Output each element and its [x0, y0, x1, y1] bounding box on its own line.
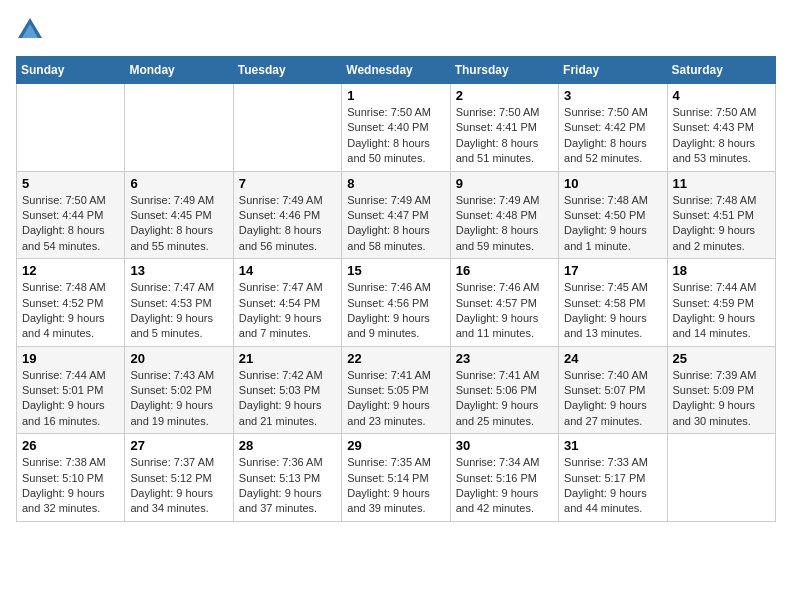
calendar-week-4: 19Sunrise: 7:44 AMSunset: 5:01 PMDayligh…	[17, 346, 776, 434]
calendar-cell: 5Sunrise: 7:50 AMSunset: 4:44 PMDaylight…	[17, 171, 125, 259]
calendar-cell: 1Sunrise: 7:50 AMSunset: 4:40 PMDaylight…	[342, 84, 450, 172]
day-number: 12	[22, 263, 119, 278]
calendar-cell: 21Sunrise: 7:42 AMSunset: 5:03 PMDayligh…	[233, 346, 341, 434]
day-info: Sunrise: 7:44 AMSunset: 5:01 PMDaylight:…	[22, 368, 119, 430]
day-number: 31	[564, 438, 661, 453]
day-info: Sunrise: 7:50 AMSunset: 4:40 PMDaylight:…	[347, 105, 444, 167]
day-info: Sunrise: 7:50 AMSunset: 4:42 PMDaylight:…	[564, 105, 661, 167]
calendar-cell: 12Sunrise: 7:48 AMSunset: 4:52 PMDayligh…	[17, 259, 125, 347]
weekday-friday: Friday	[559, 57, 667, 84]
calendar-week-1: 1Sunrise: 7:50 AMSunset: 4:40 PMDaylight…	[17, 84, 776, 172]
weekday-saturday: Saturday	[667, 57, 775, 84]
logo-icon	[16, 16, 44, 44]
day-info: Sunrise: 7:46 AMSunset: 4:57 PMDaylight:…	[456, 280, 553, 342]
calendar-cell: 4Sunrise: 7:50 AMSunset: 4:43 PMDaylight…	[667, 84, 775, 172]
day-info: Sunrise: 7:43 AMSunset: 5:02 PMDaylight:…	[130, 368, 227, 430]
calendar-cell: 15Sunrise: 7:46 AMSunset: 4:56 PMDayligh…	[342, 259, 450, 347]
day-number: 7	[239, 176, 336, 191]
day-number: 14	[239, 263, 336, 278]
page-header	[16, 16, 776, 44]
weekday-header-row: SundayMondayTuesdayWednesdayThursdayFrid…	[17, 57, 776, 84]
day-info: Sunrise: 7:50 AMSunset: 4:44 PMDaylight:…	[22, 193, 119, 255]
day-number: 10	[564, 176, 661, 191]
day-number: 1	[347, 88, 444, 103]
calendar-cell: 11Sunrise: 7:48 AMSunset: 4:51 PMDayligh…	[667, 171, 775, 259]
calendar-cell: 28Sunrise: 7:36 AMSunset: 5:13 PMDayligh…	[233, 434, 341, 522]
calendar-cell: 30Sunrise: 7:34 AMSunset: 5:16 PMDayligh…	[450, 434, 558, 522]
calendar-cell: 10Sunrise: 7:48 AMSunset: 4:50 PMDayligh…	[559, 171, 667, 259]
day-info: Sunrise: 7:39 AMSunset: 5:09 PMDaylight:…	[673, 368, 770, 430]
day-info: Sunrise: 7:34 AMSunset: 5:16 PMDaylight:…	[456, 455, 553, 517]
calendar-cell: 2Sunrise: 7:50 AMSunset: 4:41 PMDaylight…	[450, 84, 558, 172]
calendar-cell: 7Sunrise: 7:49 AMSunset: 4:46 PMDaylight…	[233, 171, 341, 259]
weekday-monday: Monday	[125, 57, 233, 84]
day-info: Sunrise: 7:49 AMSunset: 4:47 PMDaylight:…	[347, 193, 444, 255]
day-info: Sunrise: 7:48 AMSunset: 4:52 PMDaylight:…	[22, 280, 119, 342]
day-number: 11	[673, 176, 770, 191]
calendar-cell: 22Sunrise: 7:41 AMSunset: 5:05 PMDayligh…	[342, 346, 450, 434]
day-info: Sunrise: 7:37 AMSunset: 5:12 PMDaylight:…	[130, 455, 227, 517]
day-number: 28	[239, 438, 336, 453]
calendar-cell: 23Sunrise: 7:41 AMSunset: 5:06 PMDayligh…	[450, 346, 558, 434]
day-number: 29	[347, 438, 444, 453]
calendar-cell: 20Sunrise: 7:43 AMSunset: 5:02 PMDayligh…	[125, 346, 233, 434]
day-number: 2	[456, 88, 553, 103]
day-number: 20	[130, 351, 227, 366]
day-info: Sunrise: 7:47 AMSunset: 4:54 PMDaylight:…	[239, 280, 336, 342]
day-info: Sunrise: 7:44 AMSunset: 4:59 PMDaylight:…	[673, 280, 770, 342]
calendar-week-2: 5Sunrise: 7:50 AMSunset: 4:44 PMDaylight…	[17, 171, 776, 259]
day-number: 30	[456, 438, 553, 453]
day-number: 15	[347, 263, 444, 278]
day-number: 5	[22, 176, 119, 191]
day-number: 23	[456, 351, 553, 366]
day-number: 24	[564, 351, 661, 366]
weekday-sunday: Sunday	[17, 57, 125, 84]
day-info: Sunrise: 7:47 AMSunset: 4:53 PMDaylight:…	[130, 280, 227, 342]
day-info: Sunrise: 7:38 AMSunset: 5:10 PMDaylight:…	[22, 455, 119, 517]
calendar-cell: 9Sunrise: 7:49 AMSunset: 4:48 PMDaylight…	[450, 171, 558, 259]
day-info: Sunrise: 7:42 AMSunset: 5:03 PMDaylight:…	[239, 368, 336, 430]
calendar-cell	[17, 84, 125, 172]
logo	[16, 16, 48, 44]
calendar-cell: 17Sunrise: 7:45 AMSunset: 4:58 PMDayligh…	[559, 259, 667, 347]
day-info: Sunrise: 7:46 AMSunset: 4:56 PMDaylight:…	[347, 280, 444, 342]
day-info: Sunrise: 7:49 AMSunset: 4:48 PMDaylight:…	[456, 193, 553, 255]
day-number: 4	[673, 88, 770, 103]
day-number: 25	[673, 351, 770, 366]
calendar-week-3: 12Sunrise: 7:48 AMSunset: 4:52 PMDayligh…	[17, 259, 776, 347]
day-number: 9	[456, 176, 553, 191]
day-info: Sunrise: 7:40 AMSunset: 5:07 PMDaylight:…	[564, 368, 661, 430]
day-number: 18	[673, 263, 770, 278]
calendar-cell: 8Sunrise: 7:49 AMSunset: 4:47 PMDaylight…	[342, 171, 450, 259]
day-info: Sunrise: 7:48 AMSunset: 4:51 PMDaylight:…	[673, 193, 770, 255]
day-info: Sunrise: 7:49 AMSunset: 4:46 PMDaylight:…	[239, 193, 336, 255]
calendar-cell: 29Sunrise: 7:35 AMSunset: 5:14 PMDayligh…	[342, 434, 450, 522]
calendar-cell: 18Sunrise: 7:44 AMSunset: 4:59 PMDayligh…	[667, 259, 775, 347]
day-info: Sunrise: 7:41 AMSunset: 5:06 PMDaylight:…	[456, 368, 553, 430]
day-number: 19	[22, 351, 119, 366]
weekday-wednesday: Wednesday	[342, 57, 450, 84]
calendar-week-5: 26Sunrise: 7:38 AMSunset: 5:10 PMDayligh…	[17, 434, 776, 522]
calendar-cell	[125, 84, 233, 172]
day-info: Sunrise: 7:49 AMSunset: 4:45 PMDaylight:…	[130, 193, 227, 255]
day-number: 16	[456, 263, 553, 278]
calendar-cell: 6Sunrise: 7:49 AMSunset: 4:45 PMDaylight…	[125, 171, 233, 259]
day-info: Sunrise: 7:45 AMSunset: 4:58 PMDaylight:…	[564, 280, 661, 342]
day-number: 22	[347, 351, 444, 366]
calendar-cell: 13Sunrise: 7:47 AMSunset: 4:53 PMDayligh…	[125, 259, 233, 347]
day-number: 26	[22, 438, 119, 453]
calendar-cell: 25Sunrise: 7:39 AMSunset: 5:09 PMDayligh…	[667, 346, 775, 434]
weekday-tuesday: Tuesday	[233, 57, 341, 84]
calendar-cell: 19Sunrise: 7:44 AMSunset: 5:01 PMDayligh…	[17, 346, 125, 434]
day-info: Sunrise: 7:50 AMSunset: 4:41 PMDaylight:…	[456, 105, 553, 167]
calendar-cell: 26Sunrise: 7:38 AMSunset: 5:10 PMDayligh…	[17, 434, 125, 522]
calendar-table: SundayMondayTuesdayWednesdayThursdayFrid…	[16, 56, 776, 522]
calendar-cell: 16Sunrise: 7:46 AMSunset: 4:57 PMDayligh…	[450, 259, 558, 347]
calendar-cell: 27Sunrise: 7:37 AMSunset: 5:12 PMDayligh…	[125, 434, 233, 522]
day-info: Sunrise: 7:35 AMSunset: 5:14 PMDaylight:…	[347, 455, 444, 517]
calendar-cell: 3Sunrise: 7:50 AMSunset: 4:42 PMDaylight…	[559, 84, 667, 172]
calendar-cell	[233, 84, 341, 172]
day-info: Sunrise: 7:33 AMSunset: 5:17 PMDaylight:…	[564, 455, 661, 517]
day-number: 17	[564, 263, 661, 278]
day-number: 27	[130, 438, 227, 453]
